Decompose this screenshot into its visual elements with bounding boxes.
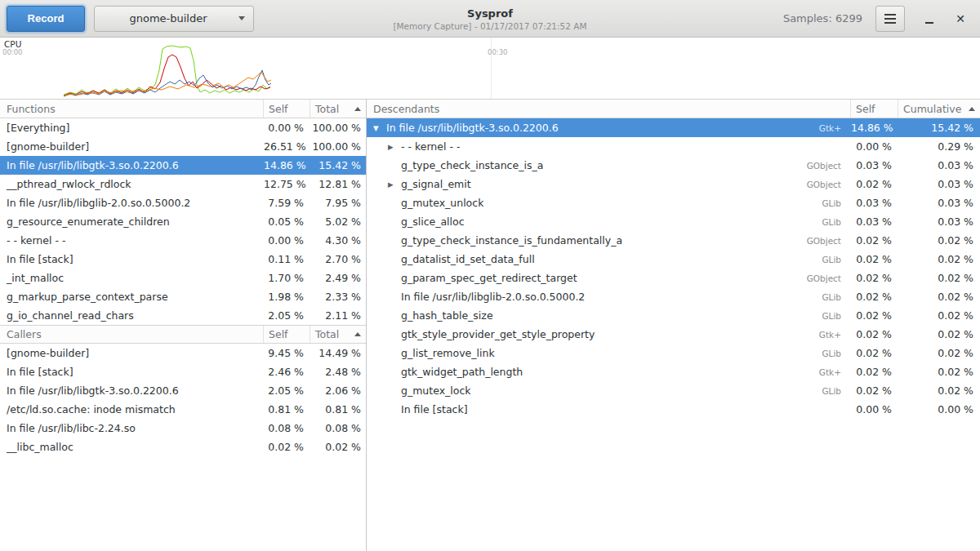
table-row[interactable]: In file /usr/lib/libglib-2.0.so.0.5000.2… (0, 193, 366, 212)
column-label: Total (315, 328, 339, 340)
self-value: 1.98 % (264, 291, 310, 303)
self-value: 0.03 % (851, 197, 898, 209)
minimize-button[interactable] (918, 7, 941, 30)
column-label: Descendants (373, 103, 439, 115)
column-header-descendants[interactable]: Descendants (367, 100, 851, 118)
total-value: 0.02 % (310, 441, 366, 453)
table-row[interactable]: gtk_style_provider_get_style_propertyGtk… (367, 325, 980, 344)
descendant-name: g_slice_alloc (401, 216, 465, 228)
total-value: 7.95 % (310, 197, 366, 209)
table-row[interactable]: In file [stack]0.11 %2.70 % (0, 250, 366, 269)
self-value: 0.00 % (851, 140, 898, 153)
descendant-name: g_hash_table_size (401, 309, 493, 322)
column-header-total[interactable]: Total (310, 326, 366, 343)
process-selector-dropdown[interactable]: gnome-builder (94, 6, 254, 32)
descendant-name-cell: ▶g_signal_emitGObject (367, 178, 851, 190)
table-row[interactable]: __libc_malloc0.02 %0.02 % (0, 438, 366, 456)
cpu-timeline-graph[interactable]: CPU 00:00 00:30 (0, 38, 980, 100)
time-tick-label-mid: 00:30 (488, 48, 508, 56)
table-row[interactable]: g_type_check_instance_is_aGObject0.03 %0… (367, 156, 980, 175)
table-row[interactable]: g_markup_parse_context_parse1.98 %2.33 % (0, 287, 366, 306)
descendant-name-cell: gtk_style_provider_get_style_propertyGtk… (367, 328, 851, 340)
descendant-name: g_list_remove_link (401, 347, 495, 359)
column-header-total[interactable]: Total (310, 100, 366, 118)
library-badge: GLib (813, 198, 844, 208)
descendant-name: g_param_spec_get_redirect_target (401, 272, 577, 284)
expander-expanded-icon[interactable]: ▼ (373, 124, 386, 132)
table-row[interactable]: g_type_check_instance_is_fundamentally_a… (367, 231, 980, 250)
table-row[interactable]: In file /usr/lib/libc-2.24.so0.08 %0.08 … (0, 419, 366, 438)
column-header-self[interactable]: Self (264, 100, 310, 118)
table-row[interactable]: _int_malloc1.70 %2.49 % (0, 269, 366, 287)
cpu-usage-chart (0, 38, 980, 100)
total-value: 2.33 % (310, 291, 366, 303)
table-row[interactable]: /etc/ld.so.cache: inode mismatch0.81 %0.… (0, 400, 366, 419)
cumulative-value: 0.02 % (898, 309, 980, 322)
total-value: 14.49 % (310, 347, 366, 359)
library-badge: GObject (799, 180, 844, 189)
close-button[interactable]: ✕ (949, 7, 972, 30)
table-row[interactable]: g_hash_table_sizeGLib0.02 %0.02 % (367, 306, 980, 325)
table-row[interactable]: ▶g_signal_emitGObject0.02 %0.03 % (367, 175, 980, 193)
table-row[interactable]: In file [stack]0.00 %0.00 % (367, 400, 980, 419)
table-row[interactable]: g_io_channel_read_chars2.05 %2.11 % (0, 306, 366, 325)
table-row[interactable]: g_resource_enumerate_children0.05 %5.02 … (0, 212, 366, 231)
library-badge: Gtk+ (811, 367, 844, 377)
table-row[interactable]: In file /usr/lib/libgtk-3.so.0.2200.614.… (0, 156, 366, 175)
function-name: [gnome-builder] (0, 347, 264, 359)
table-row[interactable]: g_mutex_lockGLib0.02 %0.02 % (367, 381, 980, 400)
expander-collapsed-icon[interactable]: ▶ (388, 143, 401, 151)
table-row[interactable]: [gnome-builder]9.45 %14.49 % (0, 344, 366, 362)
table-row[interactable]: g_datalist_id_set_data_fullGLib0.02 %0.0… (367, 250, 980, 269)
table-row[interactable]: In file /usr/lib/libgtk-3.so.0.2200.62.0… (0, 381, 366, 400)
table-row[interactable]: - - kernel - -0.00 %4.30 % (0, 231, 366, 250)
descendant-name-cell: g_type_check_instance_is_fundamentally_a… (367, 234, 851, 247)
table-row[interactable]: ▶- - kernel - -0.00 %0.29 % (367, 137, 980, 156)
expander-collapsed-icon[interactable]: ▶ (388, 180, 401, 189)
column-header-functions[interactable]: Functions (0, 100, 264, 118)
self-value: 0.02 % (851, 253, 898, 265)
cumulative-value: 0.02 % (898, 234, 980, 247)
self-value: 0.81 % (264, 403, 310, 415)
table-row[interactable]: [gnome-builder]26.51 %100.00 % (0, 137, 366, 156)
cumulative-value: 0.02 % (898, 384, 980, 397)
self-value: 0.05 % (264, 216, 310, 228)
callers-table-body: [gnome-builder]9.45 %14.49 %In file [sta… (0, 344, 366, 456)
table-row[interactable]: In file [stack]2.46 %2.48 % (0, 362, 366, 381)
table-row[interactable]: g_list_remove_linkGLib0.02 %0.02 % (367, 344, 980, 362)
table-row[interactable]: g_param_spec_get_redirect_targetGObject0… (367, 269, 980, 287)
table-row[interactable]: g_slice_allocGLib0.03 %0.03 % (367, 212, 980, 231)
self-value: 1.70 % (264, 272, 310, 284)
total-value: 2.06 % (310, 384, 366, 397)
menu-button[interactable] (875, 6, 905, 32)
descendant-name-cell: In file /usr/lib/libglib-2.0.so.0.5000.2… (367, 291, 851, 303)
table-row[interactable]: __pthread_rwlock_rdlock12.75 %12.81 % (0, 175, 366, 193)
column-header-callers[interactable]: Callers (0, 326, 264, 343)
total-value: 2.49 % (310, 272, 366, 284)
table-row[interactable]: ▼In file /usr/lib/libgtk-3.so.0.2200.6Gt… (367, 118, 980, 137)
sort-ascending-icon (354, 332, 361, 336)
total-value: 2.48 % (310, 366, 366, 378)
descendant-name-cell: g_param_spec_get_redirect_targetGObject (367, 272, 851, 284)
column-label: Cumulative (903, 103, 961, 115)
self-value: 0.08 % (264, 422, 310, 434)
header-right-controls: Samples: 6299 ✕ (783, 6, 973, 32)
function-name: In file [stack] (0, 253, 264, 265)
descendants-table-header: Descendants Self Cumulative (367, 100, 980, 118)
table-row[interactable]: gtk_widget_path_lengthGtk+0.02 %0.02 % (367, 362, 980, 381)
table-row[interactable]: [Everything]0.00 %100.00 % (0, 118, 366, 137)
library-badge: GLib (813, 217, 844, 227)
functions-table-header: Functions Self Total (0, 100, 366, 118)
library-badge: Gtk+ (811, 330, 844, 340)
table-row[interactable]: g_mutex_unlockGLib0.03 %0.03 % (367, 193, 980, 212)
column-header-self[interactable]: Self (264, 326, 310, 343)
descendant-name-cell: g_mutex_unlockGLib (367, 197, 851, 209)
column-header-self[interactable]: Self (851, 100, 898, 118)
self-value: 0.00 % (851, 403, 898, 415)
table-row[interactable]: In file /usr/lib/libglib-2.0.so.0.5000.2… (367, 287, 980, 306)
capture-subtitle: [Memory Capture] - 01/17/2017 07:21:52 A… (393, 21, 586, 31)
self-value: 2.05 % (264, 309, 310, 322)
function-name: g_resource_enumerate_children (0, 216, 264, 228)
record-button[interactable]: Record (7, 6, 85, 32)
column-header-cumulative[interactable]: Cumulative (898, 100, 980, 118)
